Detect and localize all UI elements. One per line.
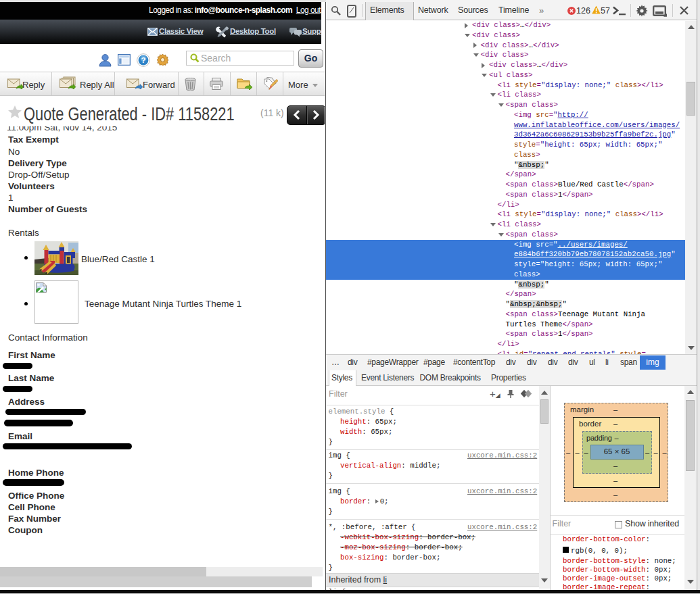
svg-text:?: ? <box>141 56 145 64</box>
